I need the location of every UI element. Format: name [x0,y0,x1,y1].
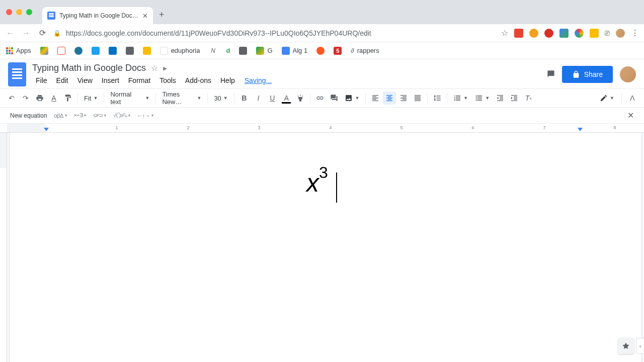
g-bookmark[interactable]: G [256,47,272,55]
bookmark-icon-1[interactable] [126,47,134,55]
zoom-select[interactable]: Fit▼ [81,95,101,102]
reload-button[interactable]: ⟳ [37,28,47,38]
comments-button[interactable] [547,69,555,80]
spellcheck-button[interactable]: A [47,92,60,105]
addons-menu[interactable]: Add-ons [182,74,215,86]
style-select[interactable]: Normal text▼ [107,90,152,106]
edit-menu[interactable]: Edit [53,74,72,86]
paint-format-button[interactable] [61,92,74,105]
align-justify-button[interactable] [411,92,424,105]
new-equation-button[interactable]: New equation [10,112,47,119]
file-menu[interactable]: File [32,74,51,86]
extension-icon-3[interactable] [559,29,569,38]
comment-button[interactable] [328,92,341,105]
image-button[interactable]: ▼ [342,94,362,102]
move-folder-button[interactable]: ▸ [163,63,167,73]
relations-button[interactable]: ≤≠⊃▾ [93,112,106,119]
rappers-bookmark[interactable]: ∂ rappers [351,47,379,54]
tools-menu[interactable]: Tools [156,74,180,86]
bold-button[interactable]: B [237,92,251,105]
close-tab-button[interactable]: ✕ [142,12,148,20]
bookmark-5[interactable]: 5 [334,47,342,55]
view-menu[interactable]: View [74,74,96,86]
url-field[interactable]: 🔒 https://docs.google.com/document/d/11j… [53,29,495,37]
explore-button[interactable] [618,338,634,354]
equation-content[interactable]: x3 [306,170,337,201]
bookmark-n[interactable]: N [209,47,217,55]
bookmark-orange[interactable] [316,47,325,55]
horizontal-ruler[interactable]: 1 2 3 4 5 6 7 8 [0,124,644,133]
collapse-toolbar-button[interactable]: ᐱ [626,92,639,105]
close-equation-toolbar-button[interactable]: ✕ [627,111,634,120]
link-icon: ∂ [351,47,354,54]
misc-operations-button[interactable]: ×÷∃▾ [73,112,86,119]
maximize-window-button[interactable] [26,9,32,15]
numbered-list-button[interactable]: ▼ [450,94,471,102]
account-avatar[interactable] [620,66,636,82]
star-button[interactable]: ☆ [151,63,158,73]
font-size-select[interactable]: 30▼ [211,95,231,102]
save-status[interactable]: Saving... [240,74,276,86]
side-panel-toggle[interactable]: ‹ [636,338,644,354]
back-button[interactable]: ← [5,29,15,38]
eduphoria-bookmark[interactable]: eduphoria [160,47,200,55]
font-select[interactable]: Times New…▼ [159,90,204,106]
clear-formatting-button[interactable]: Tx [522,92,535,105]
forward-button[interactable]: → [21,29,31,38]
cast-icon[interactable]: ⎚ [605,29,610,38]
right-indent-marker[interactable] [578,128,583,131]
align-left-button[interactable] [369,92,382,105]
alg1-bookmark[interactable]: Alg 1 [282,47,308,55]
underline-button[interactable]: U [266,92,279,105]
drive-bookmark[interactable] [40,47,48,55]
italic-button[interactable]: I [252,92,265,105]
twitter-bookmark[interactable] [92,47,100,55]
redo-button[interactable]: ↷ [19,92,32,105]
d-bookmark[interactable]: d [226,47,230,54]
decrease-indent-button[interactable] [494,92,507,105]
help-menu[interactable]: Help [217,74,238,86]
align-right-button[interactable] [397,92,410,105]
address-bar: ← → ⟳ 🔒 https://docs.google.com/document… [0,24,644,42]
wordpress-bookmark[interactable] [74,47,83,55]
bookmarks-bar: Apps eduphoria N d G Alg 1 5 ∂ rappers [0,42,644,59]
browser-menu-button[interactable]: ⋮ [631,28,639,38]
outlook-bookmark[interactable] [109,47,117,55]
document-title[interactable]: Typing Math in Google Docs [32,63,146,73]
print-button[interactable] [33,92,46,105]
close-window-button[interactable] [6,9,12,15]
align-center-button[interactable] [383,92,396,105]
increase-indent-button[interactable] [508,92,521,105]
bookmark-star-icon[interactable]: ☆ [501,28,508,38]
line-spacing-button[interactable] [431,92,444,105]
left-indent-marker[interactable] [44,128,49,131]
document-page[interactable]: x3 [9,133,642,362]
editing-mode-button[interactable]: ▼ [597,94,617,102]
gmail-bookmark[interactable] [57,47,65,55]
minimize-window-button[interactable] [16,9,22,15]
share-button[interactable]: Share [562,66,613,83]
greek-letters-button[interactable]: αβΔ▾ [54,113,66,119]
bookmark-icon-2[interactable] [143,47,151,55]
apps-bookmark[interactable]: Apps [6,47,31,54]
link-button[interactable] [313,92,327,105]
format-menu[interactable]: Format [125,74,154,86]
profile-icon[interactable] [616,29,625,38]
highlight-button[interactable] [294,92,307,105]
text-color-button[interactable]: A [280,92,293,105]
undo-button[interactable]: ↶ [5,92,18,105]
bullet-list-button[interactable]: ▼ [472,94,493,102]
folder-bookmark[interactable] [239,47,247,55]
gmail-icon[interactable] [514,29,523,38]
extension-icon-4[interactable] [575,29,584,38]
extension-icon-1[interactable] [529,29,538,38]
docs-logo[interactable] [8,62,26,86]
insert-menu[interactable]: Insert [98,74,123,86]
browser-tab[interactable]: Typing Math in Google Docs - G ✕ [42,7,153,24]
new-tab-button[interactable]: + [159,10,165,20]
vertical-ruler[interactable] [0,133,7,362]
extension-icon-2[interactable] [544,29,553,38]
math-operations-button[interactable]: √(‾)x²ₙ▾ [113,112,130,119]
extension-icon-5[interactable] [590,29,599,38]
arrows-button[interactable]: ←↑→▾ [137,113,153,119]
